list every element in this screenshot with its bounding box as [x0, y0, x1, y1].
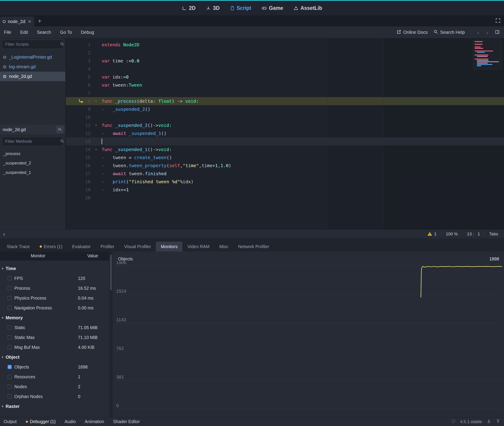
- bottom-panel-animation[interactable]: Animation: [85, 419, 104, 424]
- monitor-checkbox[interactable]: [8, 335, 12, 339]
- menu-debug[interactable]: Debug: [81, 30, 94, 35]
- code-line[interactable]: 10: [66, 113, 504, 121]
- workspace-assetlib[interactable]: AssetLib: [294, 5, 322, 11]
- distraction-free-icon[interactable]: [495, 18, 501, 24]
- monitor-row[interactable]: ✓Objects1898: [0, 362, 109, 372]
- line-col-indicator[interactable]: 13 : 1: [462, 231, 484, 237]
- code-line[interactable]: 7: [66, 89, 504, 97]
- menu-search[interactable]: Search: [37, 30, 51, 35]
- debugger-tab-network-profiler[interactable]: Network Profiler: [233, 242, 274, 251]
- code-line[interactable]: 8▾func _process(delta: float) -> void:: [66, 97, 504, 105]
- line-number[interactable]: 5: [66, 75, 90, 79]
- fold-chevron-icon[interactable]: ▾: [90, 148, 102, 151]
- code-line[interactable]: 15»tween = create_tween(): [66, 154, 504, 162]
- history-back-icon[interactable]: ‹: [477, 29, 480, 36]
- chevron-down-icon[interactable]: ▾: [2, 355, 3, 359]
- line-number[interactable]: 11: [66, 123, 90, 128]
- code-line[interactable]: 6var tween:Tween: [66, 81, 504, 89]
- monitor-section-time[interactable]: ▾Time: [0, 263, 109, 273]
- debugger-tab-visual-profiler[interactable]: Visual Profiler: [119, 242, 156, 251]
- workspace-3d[interactable]: 3D: [206, 5, 219, 11]
- code-line[interactable]: 16»tween.tween_property(self,"time",time…: [66, 162, 504, 170]
- monitor-row[interactable]: Nodes2: [0, 382, 109, 391]
- sort-methods-icon[interactable]: [56, 126, 64, 133]
- history-forward-icon[interactable]: ›: [486, 29, 489, 36]
- script-item[interactable]: ⚙_LogInternalPrinter.gd: [0, 52, 65, 62]
- monitor-row[interactable]: Orphan Nodes0: [0, 391, 109, 401]
- line-number[interactable]: 12: [66, 131, 90, 136]
- line-number[interactable]: 7: [66, 91, 90, 96]
- code-line[interactable]: 12»await _suspended_1(): [66, 129, 504, 137]
- monitor-section-memory[interactable]: ▾Memory: [0, 313, 109, 323]
- line-number[interactable]: 4: [66, 66, 90, 71]
- code-line[interactable]: 2: [66, 49, 504, 57]
- code-line[interactable]: 1extends Node2D: [66, 41, 504, 49]
- dock-bottom-panel-icon[interactable]: [487, 419, 491, 425]
- line-number[interactable]: 20: [66, 195, 90, 200]
- debugger-tab-errors-1-[interactable]: Errors (1): [35, 242, 67, 251]
- line-number[interactable]: 3: [66, 58, 90, 63]
- collapse-scripts-panel-icon[interactable]: ‹: [3, 231, 5, 237]
- code-line[interactable]: 17»await tween.finished: [66, 170, 504, 178]
- monitor-row[interactable]: Msg Buf Max4.00 KiB: [0, 342, 109, 352]
- line-number[interactable]: 14: [66, 147, 90, 152]
- monitor-row[interactable]: Static Max71.10 MiB: [0, 333, 109, 342]
- debugger-tab-video-ram[interactable]: Video RAM: [182, 242, 214, 251]
- line-number[interactable]: 1: [66, 42, 90, 47]
- indent-type-indicator[interactable]: Tabs: [484, 231, 503, 237]
- line-number[interactable]: 15: [66, 155, 90, 160]
- debugger-tab-stack-trace[interactable]: Stack Trace: [2, 242, 35, 251]
- monitor-row[interactable]: FPS120: [0, 273, 109, 283]
- workspace-game[interactable]: Game: [261, 5, 283, 11]
- bottom-panel-shader-editor[interactable]: Shader Editor: [113, 419, 140, 424]
- current-script-row[interactable]: node_2d.gd: [0, 125, 65, 135]
- code-line[interactable]: 13: [66, 137, 504, 145]
- line-number[interactable]: 8: [66, 99, 90, 104]
- monitor-checkbox[interactable]: [8, 375, 12, 379]
- monitor-checkbox[interactable]: [8, 276, 12, 280]
- code-line[interactable]: 18»print("finished tween %d"%idx): [66, 178, 504, 186]
- debugger-tab-misc[interactable]: Misc: [215, 242, 233, 251]
- line-number[interactable]: 6: [66, 83, 90, 87]
- search-help-button[interactable]: Search Help: [433, 29, 465, 35]
- code-line[interactable]: 3var time :=0.0: [66, 57, 504, 65]
- zoom-indicator[interactable]: 100 %: [441, 231, 462, 237]
- line-number[interactable]: 16: [66, 163, 90, 168]
- monitor-checkbox[interactable]: [8, 286, 12, 290]
- script-item[interactable]: ⚙node_2d.gd: [0, 71, 65, 81]
- method-item[interactable]: _suspended_1: [0, 168, 65, 177]
- debugger-tab-monitors[interactable]: Monitors: [156, 242, 182, 251]
- monitor-checkbox[interactable]: ✓: [8, 365, 12, 369]
- monitor-section-raster[interactable]: ▾Raster: [0, 401, 109, 411]
- line-number[interactable]: 18: [66, 179, 90, 184]
- code-line[interactable]: 11▾func _suspended_2()->void:: [66, 121, 504, 129]
- monitor-row[interactable]: Navigation Process0.00 ms: [0, 303, 109, 313]
- workspace-script[interactable]: Script: [230, 5, 251, 11]
- monitor-checkbox[interactable]: [8, 296, 12, 300]
- fold-chevron-icon[interactable]: ▾: [90, 99, 102, 103]
- line-number[interactable]: 2: [66, 50, 90, 55]
- bottom-panel-audio[interactable]: Audio: [65, 419, 76, 424]
- warnings-indicator[interactable]: 1: [423, 231, 441, 237]
- monitor-checkbox[interactable]: [8, 326, 12, 330]
- script-item[interactable]: ⚙log-stream.gd: [0, 62, 65, 71]
- monitor-scrollbar[interactable]: [109, 251, 113, 417]
- code-line[interactable]: 20: [66, 194, 504, 202]
- code-editor[interactable]: 1extends Node2D23var time :=0.045var idx…: [66, 38, 504, 229]
- code-line[interactable]: 14▾func _suspended_1()->void:: [66, 145, 504, 154]
- monitor-row[interactable]: Process16.52 ms: [0, 283, 109, 293]
- code-line[interactable]: 19»idx+=1: [66, 186, 504, 194]
- chevron-down-icon[interactable]: ▾: [2, 316, 3, 320]
- online-docs-button[interactable]: Online Docs: [396, 29, 428, 35]
- monitor-section-object[interactable]: ▾Object: [0, 352, 109, 362]
- menu-edit[interactable]: Edit: [20, 30, 28, 35]
- workspace-2d[interactable]: 2D: [182, 5, 195, 11]
- monitor-row[interactable]: Resources1: [0, 372, 109, 382]
- monitor-row[interactable]: Static71.05 MiB: [0, 323, 109, 333]
- filter-scripts-input[interactable]: [5, 42, 60, 47]
- fold-chevron-icon[interactable]: ▾: [90, 123, 102, 127]
- monitor-checkbox[interactable]: [8, 345, 12, 349]
- new-script-button[interactable]: +: [34, 17, 45, 25]
- line-number[interactable]: 19: [66, 187, 90, 192]
- expand-bottom-panel-icon[interactable]: [496, 419, 500, 425]
